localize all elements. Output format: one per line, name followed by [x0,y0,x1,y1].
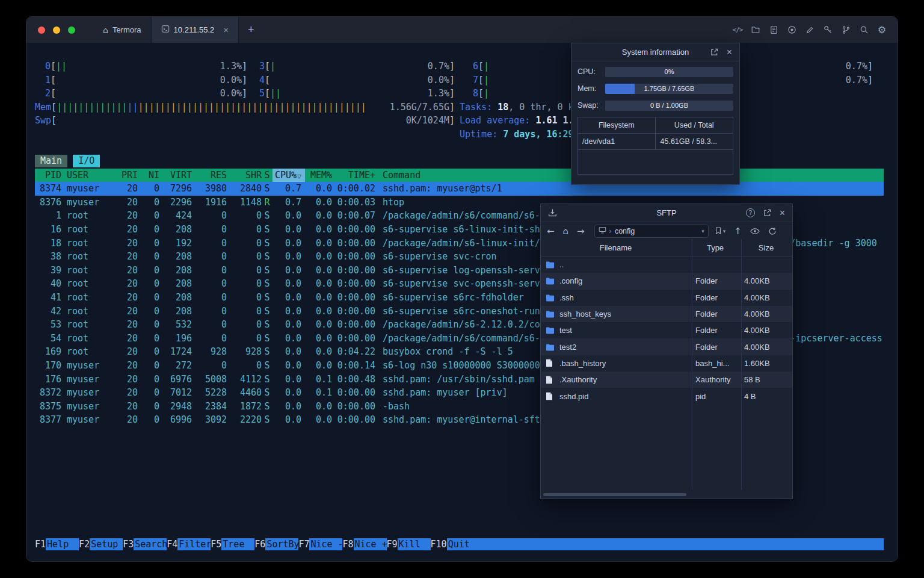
cell-virt: 2296 [159,196,192,210]
cell-user: root [67,305,106,319]
cell-cmd: htop [383,196,404,210]
fn-bar: F1HelpF2SetupF3SearchF4FilterF5TreeF6Sor… [35,538,884,550]
column-header-res[interactable]: RES [192,169,227,182]
cell-res: 5228 [192,386,227,400]
column-size[interactable]: Size [740,243,792,252]
back-button[interactable]: ← [547,226,555,237]
cell-s: S [262,413,273,427]
zoom-window-button[interactable] [68,26,75,34]
file-row[interactable]: testFolder4.00KB [541,322,792,338]
path-input[interactable]: › config ▾ [594,225,709,238]
file-row[interactable]: ssh_host_keysFolder4.00KB [541,306,792,322]
file-row[interactable]: .bash_historybash_hi...1.60KB [541,355,792,371]
forward-button[interactable]: → [577,226,585,237]
chevron-down-icon[interactable]: ▾ [701,228,704,234]
fnkey-F8[interactable]: F8Nice + [342,538,386,550]
file-row[interactable]: .. [541,256,792,273]
tab-termora[interactable]: ⌂ Termora [93,17,151,43]
fnkey-F10[interactable]: F10Quit [431,538,480,550]
column-header-s[interactable]: S [262,169,273,182]
cell-pri: 20 [106,237,138,250]
column-header-mem[interactable]: MEM% [305,169,332,182]
column-header-pid[interactable]: PID [35,169,61,182]
column-header-cpu[interactable]: CPU%▽ [273,169,305,182]
fnkey-F7[interactable]: F7Nice - [298,538,342,550]
column-header-time[interactable]: TIME+ [332,169,375,182]
cell-mem: 0.0 [305,182,332,196]
swap-meter: Swp[0K/1024M] [35,114,455,128]
computer-icon [599,226,606,235]
help-icon[interactable]: ? [746,208,755,217]
close-icon[interactable]: × [780,208,785,218]
column-header-user[interactable]: USER [67,169,106,182]
cell-pri: 20 [106,318,138,332]
home-button[interactable]: ⌂ [563,226,569,237]
open-in-window-icon[interactable] [763,209,771,217]
file-row[interactable]: sshd.pidpid4 B [541,388,792,404]
toolbar-edit-button[interactable] [802,23,817,37]
cell-shr: 0 [227,332,262,346]
toolbar-search-button[interactable] [857,23,871,37]
fnkey-F3[interactable]: F3Search [123,538,167,550]
file-row[interactable]: test2Folder4.00KB [541,338,792,355]
fnkey-F9[interactable]: F9Kill [387,538,431,550]
upload-button[interactable]: ↑ [734,226,742,237]
file-row[interactable]: .XauthorityXauthority58 B [541,371,792,388]
toolbar-settings-button[interactable]: ⚙ [875,23,889,37]
toolbar-key-button[interactable] [821,23,835,37]
toolbar-code-button[interactable]: </> [730,23,745,37]
file-name: ssh_host_keys [559,309,611,319]
horizontal-scrollbar[interactable] [543,493,686,496]
show-hidden-button[interactable] [750,228,760,235]
column-header-virt[interactable]: VIRT [159,169,192,182]
file-row[interactable]: .sshFolder4.00KB [541,290,792,306]
download-icon[interactable] [548,208,557,217]
close-tab-icon[interactable]: × [223,25,229,35]
close-icon[interactable]: × [727,48,732,57]
new-tab-button[interactable]: + [239,17,263,43]
fnkey-F6[interactable]: F6SortBy [254,538,298,550]
fnkey-F1[interactable]: F1Help [35,538,79,550]
toolbar-record-button[interactable] [784,23,799,37]
toolbar-folder-button[interactable] [748,23,763,37]
app-window: ⌂ Termora 10.211.55.2 × + </>⚙ 0[||1.3%]… [26,16,898,562]
file-type: pid [691,392,740,401]
toolbar-branch-button[interactable] [839,23,853,37]
cell-pri: 20 [106,277,138,291]
fnkey-F5[interactable]: F5Tree [211,538,254,550]
cell-s: S [262,359,273,373]
terminal-icon [161,25,170,35]
cell-virt: 208 [159,277,192,291]
column-header-ni[interactable]: NI [138,169,159,182]
column-type[interactable]: Type [691,243,740,252]
chevron-down-icon: ▾ [723,228,726,234]
column-filename[interactable]: Filename [541,243,691,252]
file-type: Folder [691,309,740,319]
cell-shr: 2220 [227,413,262,427]
column-header-command[interactable]: Command [383,169,420,182]
column-header-pri[interactable]: PRI [106,169,138,182]
cell-virt: 424 [159,209,192,223]
fnkey-F4[interactable]: F4Filter [167,538,211,550]
cpu-meter-2: 2[0.0%] [35,87,247,101]
toolbar-log-button[interactable] [766,23,781,37]
refresh-button[interactable] [768,227,777,235]
minimize-window-button[interactable] [53,26,60,34]
process-row[interactable]: 8374myuser200729639802840S0.70.00:00.02s… [35,182,884,196]
tab-io[interactable]: I/O [73,155,100,167]
file-size: 1.60KB [740,359,792,368]
sysinfo-swap-row: Swap:0 B / 1.00GB [578,100,733,111]
file-row[interactable]: .configFolder4.00KB [541,273,792,289]
tab-host[interactable]: 10.211.55.2 × [151,17,239,43]
cell-virt: 208 [159,264,192,278]
column-header-shr[interactable]: SHR [227,169,262,182]
open-in-window-icon[interactable] [710,48,718,56]
tab-bar: ⌂ Termora 10.211.55.2 × + [93,17,263,43]
fnkey-F2[interactable]: F2Setup [79,538,123,550]
cell-user: root [67,209,106,223]
close-window-button[interactable] [38,26,45,34]
bookmark-button[interactable]: ▾ [715,227,726,235]
tab-main[interactable]: Main [35,155,67,167]
cell-pri: 20 [106,305,138,319]
sysinfo-mem-row: Mem:1.75GB / 7.65GB [578,83,733,94]
